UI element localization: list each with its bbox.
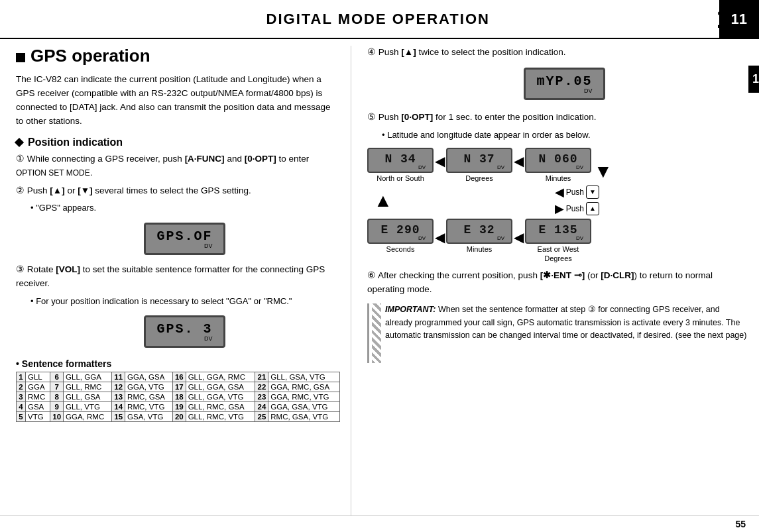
step-3: ③ Rotate [VOL] to set the suitable sente… <box>16 263 340 291</box>
table-cell: 15 <box>112 412 125 422</box>
push-up-row: ▶ Push ▲ <box>555 201 599 216</box>
important-label: IMPORTANT: <box>385 305 436 314</box>
table-cell: 11 <box>112 372 125 382</box>
left-column: GPS operation The IC-V82 can indicate th… <box>0 46 351 515</box>
lcd-north-south: N 34 DV <box>367 148 434 173</box>
push-down-row: ◀ Push ▼ <box>555 185 599 199</box>
table-cell: 22 <box>255 382 268 392</box>
table-cell: GLL, GGA, RMC <box>186 372 255 382</box>
chapter-tab: 11 <box>719 0 759 38</box>
table-cell: GGA, GSA, VTG <box>268 402 340 412</box>
table-cell: VTG <box>26 412 50 422</box>
lcd-gps-off: GPS.OF DV <box>144 223 225 255</box>
table-cell: GSA <box>26 402 50 412</box>
arrow-left-1: ◀ <box>435 153 445 169</box>
lcd-gps-off-text: GPS.OF <box>156 229 212 244</box>
display-north-south: N 34 DV North or South <box>367 148 434 182</box>
section-title-text: GPS operation <box>30 46 150 66</box>
table-cell: 10 <box>50 412 64 422</box>
table-cell: 20 <box>172 412 186 422</box>
diamond-marker <box>15 138 24 147</box>
table-cell: 24 <box>255 402 268 412</box>
label-minutes-bot: Minutes <box>467 245 493 253</box>
formatters-table: 1GLL 6GLL, GGA 11GGA, GSA 16GLL, GGA, RM… <box>16 372 340 422</box>
table-cell: GLL, VTG <box>64 402 112 412</box>
formatters-title: • Sentence formatters <box>16 358 340 369</box>
lcd-n-37: N 37 <box>463 152 495 166</box>
table-cell: 16 <box>172 372 186 382</box>
table-cell: 6 <box>50 372 64 382</box>
gps-display-section: N 34 DV North or South ◀ N 37 DV Degree <box>367 148 748 262</box>
table-cell: GLL, RMC <box>64 382 112 392</box>
up-button: ▲ <box>586 202 599 215</box>
push-labels: ◀ Push ▼ ▶ Push ▲ <box>406 185 748 216</box>
lcd-n-34: N 34 <box>384 152 416 166</box>
step-5: ⑤ Push [0·OPT] for 1 sec. to enter the p… <box>367 111 748 141</box>
lcd-yp05-text: mYP.05 <box>536 74 592 89</box>
table-cell: GLL <box>26 372 50 382</box>
table-cell: 25 <box>255 412 268 422</box>
arrow-right-2: ◀ <box>514 229 524 245</box>
step-5-sub: • Latitude and longitude date appear in … <box>382 129 748 142</box>
step-4-num: ④ <box>367 47 376 57</box>
step-2: ② Push [▲] or [▼] several times to selec… <box>16 184 340 198</box>
lcd-gps-3-text: GPS. 3 <box>156 321 212 337</box>
label-north-south: North or South <box>377 174 424 182</box>
step-5-num: ⑤ <box>367 112 376 122</box>
table-cell: 1 <box>17 372 26 382</box>
page-header: DIGITAL MODE OPERATION 11 11 <box>0 0 759 39</box>
step-6: ⑥ After checking the current position, p… <box>367 269 748 297</box>
table-cell: 3 <box>17 392 26 402</box>
label-degrees: Degrees <box>465 174 493 182</box>
intro-paragraph: The IC-V82 can indicate the current posi… <box>16 73 340 129</box>
important-box: IMPORTANT: When set the sentence formatt… <box>367 303 748 363</box>
table-cell: GGA <box>26 382 50 392</box>
subsection-title-text: Position indication <box>28 136 123 148</box>
vert-arrow-right: ▼ <box>594 162 613 181</box>
table-cell: RMC, VTG <box>125 402 173 412</box>
lcd-n-060: N 060 <box>538 152 577 166</box>
chapter-title: DIGITAL MODE OPERATION <box>53 11 703 28</box>
table-cell: 7 <box>50 382 64 392</box>
table-cell: RMC, GSA, VTG <box>268 412 340 422</box>
table-cell: GLL, GGA <box>64 372 112 382</box>
push-up-label: Push <box>566 204 584 213</box>
lcd-gps-3: GPS. 3 DV <box>144 315 225 348</box>
push-down-label: Push <box>566 187 584 197</box>
table-cell: 4 <box>17 402 26 412</box>
push-section: ▲ ◀ Push ▼ ▶ Push ▲ <box>367 184 748 217</box>
table-cell: RMC <box>26 392 50 402</box>
display-minutes-lon: E 32 DV Minutes <box>446 219 512 253</box>
step-4: ④ Push [▲] twice to select the position … <box>367 46 748 104</box>
important-body: When set the sentence formatter at step … <box>385 305 746 340</box>
table-cell: GLL, GGA, VTG <box>186 392 255 402</box>
step-6-num: ⑥ <box>367 270 376 280</box>
table-cell: RMC, GSA <box>125 392 173 402</box>
table-cell: 9 <box>50 402 64 412</box>
position-indication-title: Position indication <box>16 136 340 148</box>
important-text: IMPORTANT: When set the sentence formatt… <box>385 303 748 363</box>
table-cell: GSA, VTG <box>125 412 173 422</box>
table-cell: GLL, RMC, VTG <box>186 412 255 422</box>
table-cell: GLL, RMC, GSA <box>186 402 255 412</box>
lcd-e-32: E 32 <box>463 223 495 237</box>
table-cell: GLL, GSA <box>64 392 112 402</box>
vert-arrow-left: ▲ <box>374 191 392 210</box>
step-3-num: ③ <box>16 264 25 274</box>
display-seconds-lon: E 290 DV Seconds <box>367 219 434 253</box>
table-cell: GGA, RMC, VTG <box>268 392 340 402</box>
table-cell: GGA, RMC, GSA <box>268 382 340 392</box>
table-cell: 13 <box>112 392 125 402</box>
table-cell: GGA, VTG <box>125 382 173 392</box>
arrow-left-icon: ◀ <box>555 185 564 199</box>
section-marker <box>16 53 25 62</box>
step-2-num: ② <box>16 186 25 195</box>
arrow-left-2: ◀ <box>514 153 524 169</box>
label-seconds-bot: Seconds <box>386 245 415 253</box>
table-cell: GGA, RMC <box>64 412 112 422</box>
section-title: GPS operation <box>16 46 340 66</box>
right-column: 11 ④ Push [▲] twice to select the positi… <box>351 46 759 515</box>
table-cell: 18 <box>172 392 186 402</box>
display-degrees-lon: E 135 DV East or West Degrees <box>525 219 591 262</box>
up-arrow: ▲ <box>374 190 392 211</box>
